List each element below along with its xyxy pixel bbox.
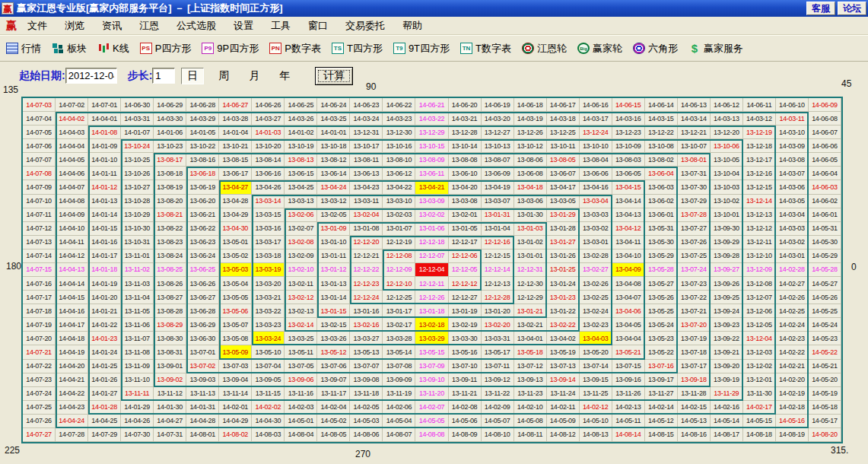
- date-cell[interactable]: 14-03-28: [219, 112, 252, 126]
- date-cell[interactable]: 13-11-12: [154, 387, 186, 401]
- date-cell[interactable]: 13-07-03: [219, 360, 252, 373]
- date-cell[interactable]: 13-04-23: [350, 180, 383, 194]
- date-cell[interactable]: 14-03-13: [711, 112, 743, 126]
- date-cell[interactable]: 14-05-18: [809, 401, 841, 415]
- unit-year-button[interactable]: 年: [274, 68, 295, 84]
- date-cell[interactable]: 14-02-24: [776, 318, 809, 332]
- date-cell[interactable]: 13-10-18: [317, 139, 350, 153]
- date-cell[interactable]: 13-03-19: [252, 263, 285, 277]
- date-cell[interactable]: 13-08-21: [154, 208, 186, 222]
- date-cell[interactable]: 13-01-04: [482, 222, 514, 236]
- date-cell[interactable]: 13-09-19: [711, 373, 743, 387]
- date-cell[interactable]: 13-12-16: [743, 167, 776, 180]
- date-cell[interactable]: 13-10-21: [219, 139, 252, 153]
- date-cell[interactable]: 13-02-11: [285, 277, 317, 291]
- date-cell[interactable]: 12-12-27: [449, 291, 482, 304]
- date-cell[interactable]: 14-05-26: [809, 291, 841, 304]
- date-cell[interactable]: 14-06-23: [350, 98, 383, 112]
- date-cell[interactable]: 13-07-18: [678, 345, 711, 359]
- date-cell[interactable]: 14-08-16: [678, 428, 711, 442]
- date-cell[interactable]: 14-05-20: [809, 373, 841, 387]
- date-cell[interactable]: 14-06-04: [809, 167, 841, 180]
- date-cell[interactable]: 13-05-24: [645, 318, 678, 332]
- date-cell[interactable]: 14-07-30: [121, 428, 154, 442]
- date-cell[interactable]: 14-02-04: [317, 401, 350, 415]
- date-cell-center[interactable]: 12-12-04: [415, 263, 448, 277]
- date-cell[interactable]: 12-12-05: [449, 263, 482, 277]
- date-cell[interactable]: 14-08-10: [482, 428, 514, 442]
- date-cell[interactable]: 14-07-12: [23, 222, 56, 236]
- date-cell[interactable]: 13-10-05: [711, 153, 743, 167]
- date-cell[interactable]: 14-06-02: [809, 195, 841, 208]
- date-cell[interactable]: 13-06-07: [547, 167, 580, 180]
- date-cell[interactable]: 13-01-12: [317, 263, 350, 277]
- date-cell[interactable]: 14-04-29: [219, 415, 252, 428]
- date-cell[interactable]: 13-12-12: [743, 222, 776, 236]
- date-cell[interactable]: 13-02-06: [285, 208, 317, 222]
- date-cell[interactable]: 14-03-07: [776, 167, 809, 180]
- date-cell[interactable]: 14-08-13: [580, 428, 612, 442]
- date-cell[interactable]: 13-09-16: [612, 373, 645, 387]
- date-cell[interactable]: 14-03-27: [252, 112, 285, 126]
- date-cell[interactable]: 13-09-11: [449, 373, 482, 387]
- date-cell[interactable]: 14-06-16: [580, 98, 612, 112]
- date-cell[interactable]: 13-12-29: [415, 126, 448, 139]
- date-cell[interactable]: 14-05-31: [809, 222, 841, 236]
- date-cell[interactable]: 13-03-06: [514, 195, 547, 208]
- date-cell[interactable]: 13-02-07: [285, 222, 317, 236]
- date-cell[interactable]: 14-04-16: [56, 304, 88, 318]
- date-cell[interactable]: 14-04-06: [56, 167, 88, 180]
- date-cell[interactable]: 13-01-05: [449, 222, 482, 236]
- date-cell[interactable]: 13-02-12: [285, 291, 317, 304]
- date-cell[interactable]: 13-01-18: [415, 304, 448, 318]
- date-cell[interactable]: 14-02-01: [219, 401, 252, 415]
- date-cell[interactable]: 14-06-15: [612, 98, 645, 112]
- date-cell[interactable]: 13-02-14: [285, 318, 317, 332]
- date-cell[interactable]: 13-05-07: [219, 318, 252, 332]
- date-cell[interactable]: 14-02-26: [776, 291, 809, 304]
- date-cell[interactable]: 13-09-29: [711, 236, 743, 249]
- date-cell[interactable]: 13-12-25: [547, 126, 580, 139]
- date-cell[interactable]: 13-03-09: [415, 195, 448, 208]
- date-cell[interactable]: 13-04-21: [415, 180, 448, 194]
- date-cell[interactable]: 14-01-15: [88, 222, 121, 236]
- date-cell[interactable]: 14-07-05: [23, 126, 56, 139]
- date-cell[interactable]: 13-04-09: [612, 263, 645, 277]
- date-cell[interactable]: 13-07-13: [547, 360, 580, 373]
- date-cell[interactable]: 13-11-16: [285, 387, 317, 401]
- date-cell[interactable]: 14-04-04: [56, 139, 88, 153]
- date-cell[interactable]: 14-04-03: [56, 126, 88, 139]
- date-cell[interactable]: 14-05-13: [678, 415, 711, 428]
- date-cell[interactable]: 13-02-24: [580, 304, 612, 318]
- date-cell[interactable]: 13-03-11: [350, 195, 383, 208]
- date-cell[interactable]: 13-12-19: [743, 126, 776, 139]
- date-cell[interactable]: 13-03-27: [350, 332, 383, 345]
- date-cell[interactable]: 12-12-20: [350, 236, 383, 249]
- date-cell[interactable]: 13-09-21: [711, 345, 743, 359]
- date-cell[interactable]: 14-07-28: [56, 428, 88, 442]
- date-cell[interactable]: 14-08-08: [415, 428, 448, 442]
- date-cell[interactable]: 14-02-21: [776, 360, 809, 373]
- date-cell[interactable]: 13-10-24: [121, 139, 154, 153]
- date-cell[interactable]: 14-08-20: [809, 428, 841, 442]
- date-cell[interactable]: 13-06-17: [219, 167, 252, 180]
- date-cell[interactable]: 14-07-01: [88, 98, 121, 112]
- date-cell[interactable]: 13-06-15: [285, 167, 317, 180]
- date-cell[interactable]: 13-05-02: [219, 249, 252, 263]
- toolbar-item-12[interactable]: 六角形: [633, 42, 678, 56]
- date-cell[interactable]: 13-02-05: [317, 208, 350, 222]
- date-cell[interactable]: 14-02-20: [776, 373, 809, 387]
- date-cell[interactable]: 13-09-28: [711, 249, 743, 263]
- date-cell[interactable]: 13-08-16: [186, 153, 219, 167]
- date-cell[interactable]: 14-03-12: [743, 112, 776, 126]
- date-cell[interactable]: 14-08-05: [317, 428, 350, 442]
- date-cell[interactable]: 14-04-24: [56, 415, 88, 428]
- date-cell[interactable]: 14-04-01: [88, 112, 121, 126]
- date-cell[interactable]: 14-05-25: [809, 304, 841, 318]
- date-cell[interactable]: 13-04-20: [449, 180, 482, 194]
- date-cell[interactable]: 13-04-19: [482, 180, 514, 194]
- date-cell[interactable]: 14-08-12: [547, 428, 580, 442]
- date-cell[interactable]: 14-06-07: [809, 126, 841, 139]
- date-cell[interactable]: 13-12-31: [350, 126, 383, 139]
- date-cell[interactable]: 13-05-12: [317, 345, 350, 359]
